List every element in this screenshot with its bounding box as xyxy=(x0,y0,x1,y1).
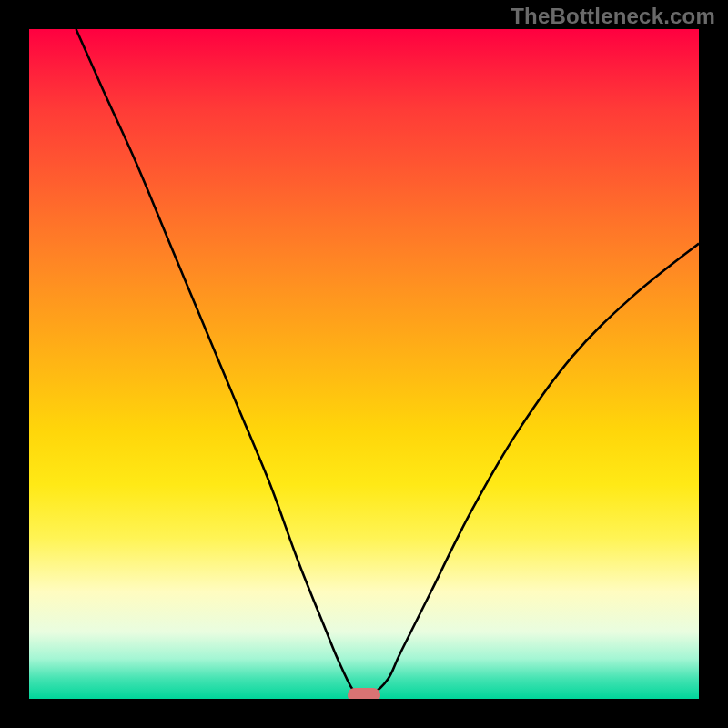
optimal-point-marker xyxy=(348,688,380,699)
curve-path xyxy=(76,29,699,696)
watermark-text: TheBottleneck.com xyxy=(511,4,715,29)
chart-frame: TheBottleneck.com xyxy=(0,0,728,728)
bottleneck-curve xyxy=(29,29,699,699)
plot-area xyxy=(29,29,699,699)
